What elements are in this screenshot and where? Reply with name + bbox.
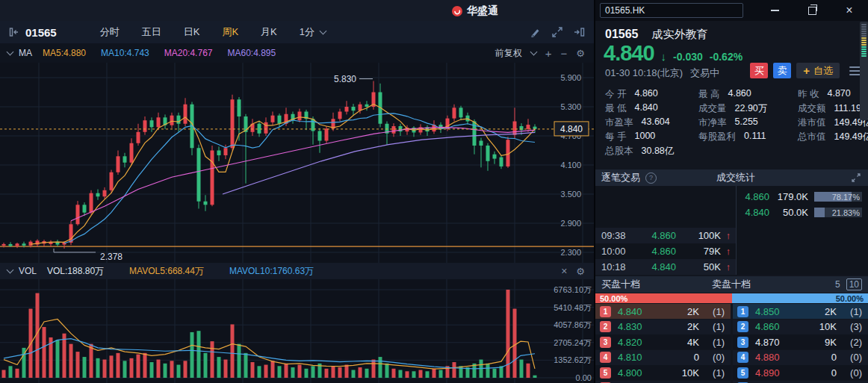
buy-button[interactable]: 买: [750, 63, 768, 78]
vol-legend-item: MAVOL5:668.44万: [129, 265, 204, 278]
book-price: 4.860: [755, 321, 794, 332]
book-count: (0): [837, 352, 868, 363]
expand-icon[interactable]: [852, 173, 861, 182]
stat-price: 4.840: [737, 207, 769, 218]
help-icon[interactable]: ?: [645, 172, 657, 184]
gear-icon[interactable]: ⚙: [576, 267, 585, 276]
book-size: 2K: [794, 306, 837, 317]
ask-row[interactable]: 54.8900(0): [733, 365, 868, 380]
ma-label: MA: [19, 48, 32, 58]
tab-周K[interactable]: 周K: [222, 25, 238, 39]
tab-五日[interactable]: 五日: [142, 25, 161, 39]
minimize-button[interactable]: [756, 0, 793, 21]
tick-row: 09:384.860100K↑: [595, 228, 736, 243]
price-axis-label: 2.900: [560, 219, 581, 228]
tick-row: 10:184.84050K↑: [595, 259, 736, 275]
bid-title: 买盘十档: [601, 278, 640, 291]
add-watchlist-button[interactable]: + 自选: [796, 63, 840, 78]
stat-item: 最 低4.840: [605, 102, 658, 115]
level-badge: 5: [600, 367, 611, 379]
stat-label: 成交额: [798, 102, 826, 115]
search-input[interactable]: [600, 3, 743, 18]
candlestick-chart[interactable]: 5.8302.3785.9005.3004.7004.1003.5002.900…: [0, 63, 594, 263]
book-price: 4.870: [755, 337, 794, 348]
tab-月K[interactable]: 月K: [261, 25, 277, 39]
price-axis-label: 5.900: [560, 73, 581, 82]
ask-row[interactable]: 6: [733, 381, 868, 383]
book-price: 4.810: [618, 352, 657, 363]
stat-ratio-pct: 78.17%: [832, 192, 860, 202]
last-price-tag-label: 4.840: [560, 124, 583, 134]
fullscreen-icon[interactable]: [552, 27, 562, 37]
tick-size: 50K: [676, 261, 721, 273]
stat-label: 今 开: [605, 88, 626, 101]
up-arrow-icon: ↑: [721, 261, 736, 273]
order-book-header: 买盘十档 卖盘十档 5 10: [595, 276, 868, 293]
sell-button[interactable]: 卖: [773, 63, 791, 78]
tick-panel-title: 逐笔交易: [601, 171, 640, 184]
zoom-out-icon[interactable]: −: [561, 48, 568, 59]
stat-label: 总市值: [798, 131, 826, 143]
stat-item: 港市值149.49亿: [798, 116, 868, 129]
ask-row[interactable]: 34.8709K(2): [733, 334, 868, 349]
stat-value: 4.860: [728, 88, 751, 101]
stat-value: 4.860: [634, 88, 657, 101]
ask-ratio: 50.00%: [732, 293, 868, 303]
chevron-down-icon[interactable]: [7, 48, 14, 55]
depth-10-toggle[interactable]: 10: [846, 278, 862, 290]
bid-row[interactable]: 54.80010K(1): [595, 365, 731, 380]
stat-item: 成交量22.90万: [698, 102, 767, 115]
tick-and-stats-area: 09:384.860100K↑10:004.86079K↑10:184.8405…: [595, 186, 868, 275]
book-size: 2K: [657, 306, 699, 317]
book-count: (1): [699, 337, 731, 348]
app-logo: 华盛通: [451, 4, 498, 18]
stat-value: 4.840: [634, 102, 657, 115]
adjust-mode-label[interactable]: 前复权: [495, 47, 522, 60]
stat-label: 总股本: [605, 145, 633, 158]
level-badge: 2: [737, 321, 748, 332]
stat-item: 总股本30.88亿: [605, 145, 674, 158]
gear-icon[interactable]: ⚙: [576, 49, 585, 58]
quote-stats: 今 开4.860最 高4.860昨 收4.870最 低4.840成交量22.90…: [595, 88, 868, 163]
level-badge: 1: [600, 306, 611, 317]
chevron-down-icon[interactable]: [7, 266, 14, 273]
stock-code: 01565: [605, 28, 639, 41]
stat-item: 成交额111.19万: [798, 102, 868, 115]
stat-item: 每股盈利0.111: [698, 131, 766, 143]
bid-row[interactable]: 14.8402K(1): [595, 304, 731, 319]
vol-legend-item: MAVOL10:1760.63万: [229, 265, 314, 278]
chevron-down-icon[interactable]: [530, 48, 537, 55]
bid-row[interactable]: 34.8204K(1): [595, 334, 731, 349]
book-size: 4K: [657, 337, 699, 348]
tick-time: 10:18: [601, 261, 637, 273]
depth-5-toggle[interactable]: 5: [835, 279, 840, 290]
stat-label: 每股盈利: [698, 131, 736, 143]
close-indicator-icon[interactable]: ×: [561, 266, 567, 276]
period-tabs: 分时五日日K周K月K1分: [100, 25, 314, 39]
ask-row[interactable]: 44.8800(0): [733, 350, 868, 365]
volume-axis-label: 2705.24万: [554, 338, 592, 347]
close-button[interactable]: ×: [831, 0, 868, 21]
bid-row[interactable]: 6: [595, 381, 731, 383]
bid-row[interactable]: 44.8100(0): [595, 350, 731, 365]
chevron-down-icon[interactable]: [320, 27, 327, 34]
zoom-in-icon[interactable]: +: [545, 48, 552, 59]
stat-label: 每 手: [605, 131, 626, 143]
restore-button[interactable]: [793, 0, 831, 21]
open-right-panel-icon[interactable]: [574, 27, 585, 37]
ask-row[interactable]: 24.86010K(3): [733, 320, 868, 334]
ma-legend: MA5:4.880MA10:4.743MA20:4.767MA60:4.895: [43, 48, 276, 58]
vol-legend: VOL:188.80万MAVOL5:668.44万MAVOL10:1760.63…: [47, 265, 314, 278]
ma-legend-item: MA60:4.895: [227, 48, 276, 58]
collapse-panel-icon[interactable]: [9, 27, 19, 37]
quote-panel: 01565 成实外教育 4.840 ↓ -0.030 -0.62% 01-30 …: [595, 21, 868, 383]
stat-item: 市净率5.255: [698, 116, 758, 129]
ask-row[interactable]: 14.8502K(1): [733, 304, 868, 319]
app-title: 华盛通: [467, 4, 498, 18]
volume-chart[interactable]: 6763.10万5410.48万4057.86万2705.24万1352.62万…: [0, 279, 594, 383]
tab-日K[interactable]: 日K: [184, 25, 200, 39]
draw-pen-icon[interactable]: [530, 27, 541, 38]
tab-分时[interactable]: 分时: [100, 25, 120, 39]
tab-1分[interactable]: 1分: [300, 25, 314, 39]
bid-row[interactable]: 24.8302K(1): [595, 320, 731, 334]
